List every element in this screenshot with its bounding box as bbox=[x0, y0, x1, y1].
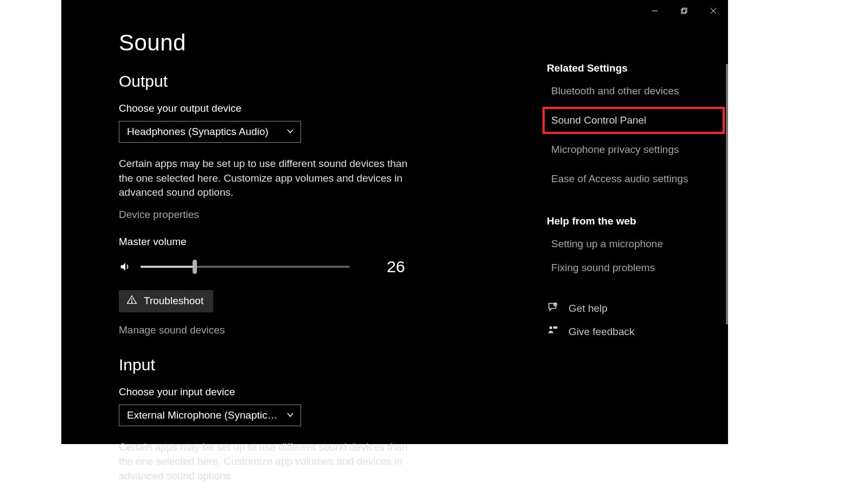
main-content: Sound Output Choose your output device H… bbox=[119, 30, 542, 488]
chevron-down-icon bbox=[286, 126, 294, 138]
volume-row: 26 bbox=[119, 258, 542, 276]
minimize-button[interactable] bbox=[640, 0, 669, 22]
input-description: Certain apps may be set up to use differ… bbox=[119, 440, 412, 484]
help-from-web-heading: Help from the web bbox=[547, 215, 720, 227]
window-controls bbox=[640, 0, 728, 22]
svg-rect-4 bbox=[682, 8, 687, 12]
output-heading: Output bbox=[119, 72, 542, 91]
output-choose-label: Choose your output device bbox=[119, 102, 542, 114]
troubleshoot-label: Troubleshoot bbox=[144, 295, 203, 307]
output-description: Certain apps may be set up to use differ… bbox=[119, 157, 412, 200]
master-volume-label: Master volume bbox=[119, 236, 542, 248]
page-title: Sound bbox=[119, 30, 542, 56]
manage-sound-devices-link[interactable]: Manage sound devices bbox=[119, 324, 542, 336]
maximize-button[interactable] bbox=[669, 0, 699, 22]
feedback-icon bbox=[547, 324, 559, 339]
output-device-value: Headphones (Synaptics Audio) bbox=[127, 126, 269, 138]
input-choose-label: Choose your input device bbox=[119, 386, 542, 398]
vertical-scrollbar[interactable] bbox=[726, 64, 728, 324]
mic-privacy-link[interactable]: Microphone privacy settings bbox=[547, 140, 720, 159]
give-feedback-row[interactable]: Give feedback bbox=[547, 324, 720, 339]
svg-text:?: ? bbox=[554, 303, 556, 306]
sound-control-panel-link[interactable]: Sound Control Panel bbox=[547, 111, 720, 130]
speaker-icon[interactable] bbox=[119, 261, 131, 273]
svg-marker-7 bbox=[121, 262, 125, 271]
chevron-down-icon bbox=[286, 409, 294, 421]
settings-window: Sound Output Choose your output device H… bbox=[103, 0, 728, 444]
svg-point-13 bbox=[550, 326, 553, 330]
get-help-label: Get help bbox=[569, 303, 608, 314]
get-help-row[interactable]: ? Get help bbox=[547, 301, 720, 316]
troubleshoot-button[interactable]: Troubleshoot bbox=[119, 290, 213, 312]
output-device-select[interactable]: Headphones (Synaptics Audio) bbox=[119, 121, 301, 143]
setting-up-mic-link[interactable]: Setting up a microphone bbox=[547, 235, 720, 253]
device-properties-link[interactable]: Device properties bbox=[119, 209, 542, 221]
svg-rect-3 bbox=[681, 9, 686, 14]
bluetooth-devices-link[interactable]: Bluetooth and other devices bbox=[547, 82, 720, 100]
input-device-select[interactable]: External Microphone (Synaptics Aud... bbox=[119, 404, 301, 426]
fixing-sound-link[interactable]: Fixing sound problems bbox=[547, 259, 720, 277]
volume-slider-fill bbox=[141, 266, 195, 268]
give-feedback-label: Give feedback bbox=[569, 326, 634, 338]
input-device-value: External Microphone (Synaptics Aud... bbox=[127, 409, 279, 421]
right-sidebar: Related Settings Bluetooth and other dev… bbox=[547, 62, 720, 339]
volume-slider[interactable] bbox=[141, 266, 350, 268]
chat-help-icon: ? bbox=[547, 301, 559, 316]
svg-point-10 bbox=[131, 301, 132, 302]
svg-rect-14 bbox=[553, 326, 557, 329]
volume-value: 26 bbox=[387, 258, 405, 276]
related-settings-heading: Related Settings bbox=[547, 62, 720, 74]
close-button[interactable] bbox=[699, 0, 728, 22]
volume-slider-thumb[interactable] bbox=[193, 260, 197, 274]
input-heading: Input bbox=[119, 356, 542, 374]
ease-of-access-link[interactable]: Ease of Access audio settings bbox=[547, 170, 720, 188]
warning-icon bbox=[126, 294, 137, 308]
